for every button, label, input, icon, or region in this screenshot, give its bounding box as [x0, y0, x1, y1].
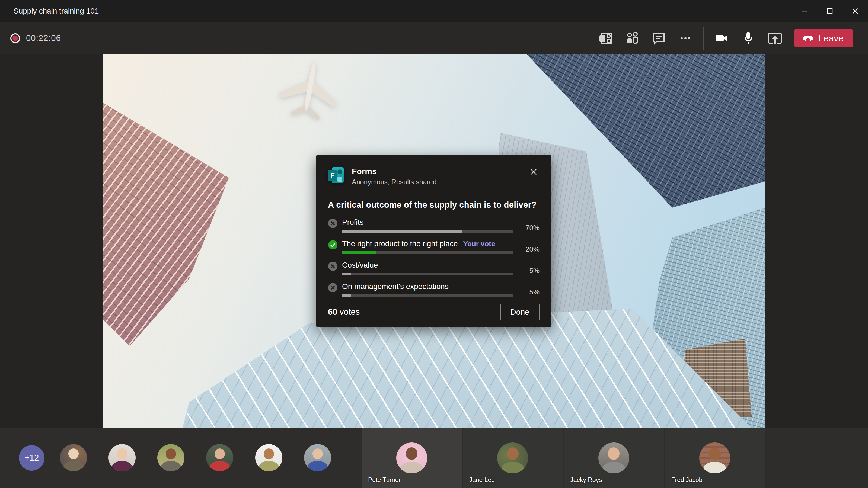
participant-tile-jacky-roys[interactable]: Jacky Roys	[564, 428, 664, 488]
not-voted-icon	[328, 219, 338, 228]
maximize-button[interactable]	[817, 0, 842, 22]
forms-app-button[interactable]: F	[597, 30, 614, 47]
minimize-icon	[801, 7, 808, 15]
hang-up-icon	[802, 34, 814, 42]
option-label: Cost/value	[342, 261, 378, 269]
chat-icon	[652, 31, 666, 45]
participant-avatar[interactable]	[60, 444, 87, 471]
participant-avatar[interactable]	[157, 444, 184, 471]
result-bar	[342, 294, 514, 297]
leave-button[interactable]: Leave	[795, 29, 853, 47]
maximize-icon	[826, 7, 834, 15]
option-percent: 70%	[518, 224, 539, 233]
meeting-title: Supply chain training 101	[13, 7, 99, 15]
close-icon	[529, 167, 538, 176]
not-voted-icon	[328, 261, 338, 271]
participant-avatar[interactable]	[304, 444, 331, 471]
title-bar: Supply chain training 101	[0, 0, 868, 22]
toolbar-divider	[703, 27, 704, 50]
participant-avatar[interactable]	[108, 444, 135, 471]
poll-question: A critical outcome of the supply chain i…	[328, 200, 539, 210]
participant-strip: +12 Pete Turner Jane Lee Jacky Roys Fred…	[0, 428, 868, 488]
participant-name: Fred Jacob	[671, 476, 703, 484]
participant-avatar	[396, 443, 427, 474]
poll-option-profits[interactable]: Profits 70%	[328, 218, 539, 233]
participant-tile-fred-jacob[interactable]: Fred Jacob	[665, 428, 765, 488]
participant-tile-pete-turner[interactable]: Pete Turner	[362, 428, 462, 488]
option-percent: 5%	[518, 266, 539, 275]
poll-app-name: Forms	[352, 166, 437, 176]
option-label: Profits	[342, 218, 364, 227]
show-chat-button[interactable]	[650, 30, 668, 47]
participant-tiles: Pete Turner Jane Lee Jacky Roys Fred Jac…	[362, 428, 765, 488]
microphone-on-icon	[741, 30, 756, 46]
airplane	[266, 54, 352, 137]
participant-avatar	[699, 443, 730, 474]
people-icon	[625, 31, 640, 45]
poll-header: F Forms Anonymous; Results shared	[328, 166, 539, 186]
result-bar	[342, 230, 514, 233]
share-screen-button[interactable]	[766, 30, 784, 47]
participant-avatar[interactable]	[255, 444, 282, 471]
poll-option-cost-value[interactable]: Cost/value 5%	[328, 261, 539, 275]
participant-name: Pete Turner	[368, 476, 401, 484]
minimize-button[interactable]	[792, 0, 817, 22]
recording-indicator: 00:22:06	[10, 33, 61, 43]
option-percent: 5%	[518, 288, 539, 297]
camera-on-icon	[714, 30, 730, 46]
participant-name: Jacky Roys	[570, 476, 602, 484]
poll-option-right-product[interactable]: The right product to the right place You…	[328, 239, 539, 254]
not-voted-icon	[328, 283, 338, 293]
more-options-icon	[678, 31, 693, 45]
recording-dot-icon	[10, 33, 20, 43]
option-label: On management's expectations	[342, 282, 448, 291]
participant-avatar	[497, 443, 528, 474]
forms-poll-dialog: F Forms Anonymous; Results shared A crit…	[316, 155, 552, 327]
poll-subtitle: Anonymous; Results shared	[352, 178, 437, 186]
poll-close-button[interactable]	[528, 166, 539, 178]
poll-options: Profits 70% The right product to the rig…	[328, 218, 539, 304]
share-screen-icon	[767, 30, 783, 46]
recording-timer: 00:22:06	[26, 33, 61, 43]
participant-tile-jane-lee[interactable]: Jane Lee	[463, 428, 563, 488]
window-controls	[792, 0, 868, 22]
result-bar	[342, 273, 514, 275]
votes-count: 60 votes	[328, 307, 360, 317]
show-participants-button[interactable]	[624, 30, 641, 47]
svg-text:F: F	[601, 35, 604, 41]
your-vote-badge: Your vote	[463, 240, 495, 248]
poll-footer: 60 votes Done	[328, 304, 539, 321]
toolbar-actions: F	[588, 27, 853, 50]
close-icon	[851, 7, 859, 15]
close-button[interactable]	[842, 0, 868, 22]
camera-toggle-button[interactable]	[713, 30, 731, 47]
participant-name: Jane Lee	[469, 476, 495, 484]
participant-avatar	[598, 443, 629, 474]
teams-meeting-window: Supply chain training 101 00:22:06	[0, 0, 868, 488]
more-options-button[interactable]	[677, 30, 694, 47]
done-button[interactable]: Done	[500, 304, 539, 321]
forms-app-icon: F	[598, 31, 613, 45]
overflow-participants-badge[interactable]: +12	[19, 445, 44, 470]
voted-check-icon	[328, 240, 338, 250]
result-bar	[342, 251, 514, 254]
leave-label: Leave	[818, 33, 844, 44]
forms-logo-icon: F	[328, 166, 345, 184]
option-label: The right product to the right place	[342, 239, 458, 248]
meeting-toolbar: 00:22:06 F	[0, 22, 868, 54]
poll-titles: Forms Anonymous; Results shared	[352, 166, 437, 186]
option-percent: 20%	[518, 245, 539, 254]
poll-option-management-expectations[interactable]: On management's expectations 5%	[328, 282, 539, 297]
microphone-toggle-button[interactable]	[740, 30, 757, 47]
participant-avatar[interactable]	[206, 444, 233, 471]
